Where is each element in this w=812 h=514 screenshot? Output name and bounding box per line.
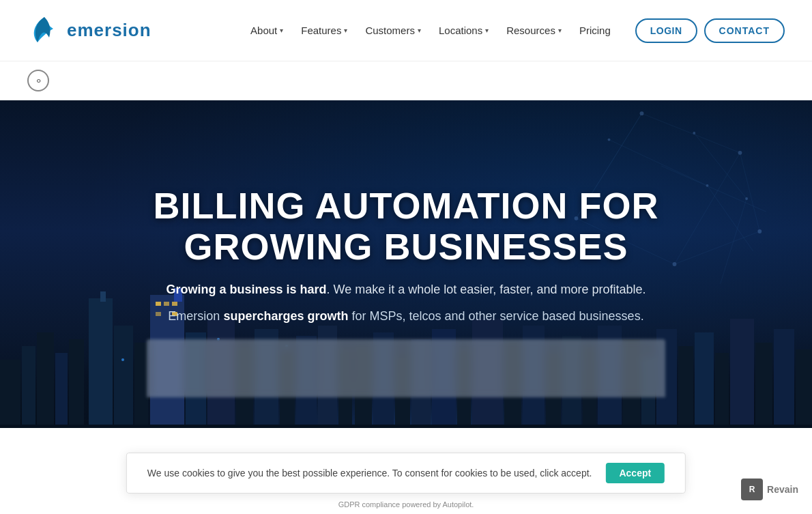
hero-subtitle-1: Growing a business is hard. We make it a… — [27, 281, 785, 299]
nav-item-resources[interactable]: Resources ▾ — [499, 19, 568, 42]
nav-item-about[interactable]: About ▾ — [244, 19, 290, 42]
logo[interactable]: emersion — [27, 14, 151, 48]
svg-rect-69 — [755, 343, 772, 428]
hero-content: BILLING AUTOMATION FOR GROWING BUSINESSE… — [0, 172, 812, 339]
main-nav: About ▾ Features ▾ Customers ▾ Locations… — [244, 18, 785, 43]
logo-text: emersion — [67, 20, 151, 41]
chevron-down-icon: ▾ — [280, 27, 283, 34]
nav-buttons: LOGIN CONTACT — [635, 18, 785, 43]
chevron-down-icon: ▾ — [344, 27, 347, 34]
hero-subtitle-2: Emersion supercharges growth for MSPs, t… — [27, 307, 785, 326]
svg-rect-24 — [37, 332, 54, 428]
site-header: emersion About ▾ Features ▾ Customers ▾ … — [0, 0, 812, 61]
svg-point-13 — [738, 151, 742, 155]
hero-title: BILLING AUTOMATION FOR GROWING BUSINESSE… — [27, 186, 785, 267]
search-icon: ⚬ — [34, 74, 43, 87]
logo-icon — [27, 14, 61, 48]
search-row: ⚬ — [0, 61, 812, 100]
search-button[interactable]: ⚬ — [27, 70, 49, 91]
svg-rect-22 — [0, 360, 20, 428]
svg-point-12 — [640, 111, 644, 115]
svg-point-17 — [693, 132, 695, 134]
svg-line-0 — [642, 113, 740, 153]
nav-item-pricing[interactable]: Pricing — [572, 19, 618, 42]
svg-rect-25 — [55, 353, 68, 428]
svg-rect-65 — [678, 346, 693, 428]
svg-rect-70 — [774, 329, 794, 428]
svg-rect-67 — [715, 353, 729, 428]
chevron-down-icon: ▾ — [558, 27, 562, 34]
contact-button[interactable]: CONTACT — [704, 18, 785, 43]
chevron-down-icon: ▾ — [418, 27, 421, 34]
svg-rect-71 — [796, 349, 812, 428]
svg-rect-66 — [695, 332, 714, 428]
svg-rect-26 — [69, 339, 84, 428]
nav-item-customers[interactable]: Customers ▾ — [358, 19, 428, 42]
svg-rect-29 — [114, 326, 133, 428]
nav-item-features[interactable]: Features ▾ — [294, 19, 354, 42]
svg-point-19 — [608, 139, 611, 141]
svg-rect-72 — [0, 425, 812, 428]
svg-rect-30 — [134, 343, 148, 428]
hero-bottom-image — [147, 339, 665, 397]
svg-point-46 — [121, 358, 124, 361]
nav-item-locations[interactable]: Locations ▾ — [432, 19, 495, 42]
login-button[interactable]: LOGIN — [635, 18, 697, 43]
hero-section: BILLING AUTOMATION FOR GROWING BUSINESSE… — [0, 100, 812, 428]
svg-rect-23 — [22, 346, 35, 428]
chevron-down-icon: ▾ — [485, 27, 489, 34]
